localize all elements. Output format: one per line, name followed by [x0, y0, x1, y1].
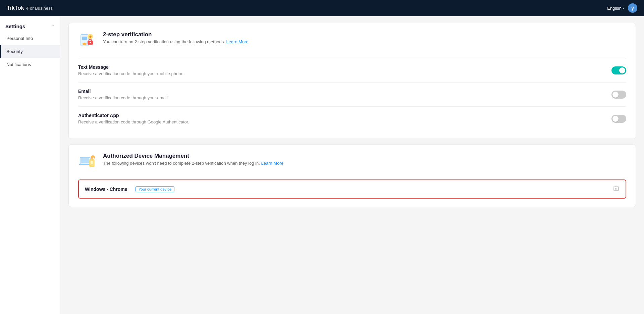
method-info-authenticator: Authenticator App Receive a verification…: [78, 113, 189, 124]
method-info-email: Email Receive a verification code throug…: [78, 89, 169, 100]
chevron-up-icon[interactable]: ⌃: [51, 24, 55, 29]
svg-point-6: [90, 42, 91, 43]
logo-suffix: ·For Business: [26, 6, 52, 11]
authorized-devices-title: Authorized Device Management: [103, 153, 283, 159]
card-header-2step: ★ 2-step verification You can turn on 2-…: [78, 31, 626, 50]
method-label-text-message: Text Message: [78, 64, 184, 70]
logo: TikTok ·For Business: [7, 5, 53, 11]
language-label: English: [607, 6, 622, 11]
svg-rect-14: [614, 187, 619, 191]
method-desc-email: Receive a verification code through your…: [78, 95, 169, 100]
toggle-track-authenticator[interactable]: [611, 115, 626, 123]
svg-rect-8: [81, 158, 89, 163]
method-info-text-message: Text Message Receive a verification code…: [78, 64, 184, 76]
authorized-devices-subtitle: The following devices won't need to comp…: [103, 161, 283, 166]
device-name: Windows - Chrome: [85, 187, 127, 192]
authorized-devices-card: ★ Authorized Device Management The follo…: [68, 144, 636, 207]
sidebar-item-personal-info[interactable]: Personal Info: [0, 32, 60, 45]
authorized-devices-subtitle-text: The following devices won't need to comp…: [103, 161, 260, 166]
authorized-devices-icon: ★: [78, 153, 97, 171]
layout: Settings ⌃ Personal Info Security Notifi…: [0, 16, 644, 314]
svg-rect-1: [82, 37, 87, 40]
device-row: Windows - Chrome Your current device: [78, 179, 626, 199]
method-row-authenticator: Authenticator App Receive a verification…: [78, 106, 626, 130]
sidebar-title: Settings: [5, 23, 25, 29]
method-desc-text-message: Receive a verification code through your…: [78, 71, 184, 76]
toggle-thumb-text-message: [619, 67, 625, 73]
method-row-email: Email Receive a verification code throug…: [78, 82, 626, 106]
toggle-track-text-message[interactable]: [611, 66, 626, 74]
method-row-text-message: Text Message Receive a verification code…: [78, 58, 626, 82]
top-nav: TikTok ·For Business English ▾ y: [0, 0, 644, 16]
card-header-text-devices: Authorized Device Management The followi…: [103, 153, 283, 166]
method-desc-authenticator: Receive a verification code through Goog…: [78, 119, 189, 124]
sidebar-item-notifications[interactable]: Notifications: [0, 58, 60, 71]
authorized-devices-learn-more-link[interactable]: Learn More: [261, 161, 283, 166]
toggle-text-message[interactable]: [611, 66, 626, 74]
chevron-down-icon: ▾: [623, 6, 625, 10]
two-step-title: 2-step verification: [103, 31, 249, 38]
toggle-thumb-email: [612, 92, 619, 98]
two-step-verification-card: ★ 2-step verification You can turn on 2-…: [68, 23, 636, 139]
sidebar-header: Settings ⌃: [0, 19, 60, 32]
device-info: Windows - Chrome Your current device: [85, 186, 174, 192]
two-step-learn-more-link[interactable]: Learn More: [226, 39, 248, 44]
card-header-devices: ★ Authorized Device Management The follo…: [78, 153, 626, 171]
avatar[interactable]: y: [628, 3, 637, 13]
svg-point-2: [83, 43, 87, 45]
topnav-right: English ▾ y: [607, 3, 637, 13]
language-selector[interactable]: English ▾: [607, 6, 625, 11]
svg-text:★: ★: [92, 156, 95, 160]
main-content: ★ 2-step verification You can turn on 2-…: [60, 16, 644, 314]
sidebar: Settings ⌃ Personal Info Security Notifi…: [0, 16, 60, 314]
two-step-subtitle-text: You can turn on 2-step verification usin…: [103, 39, 225, 44]
method-label-email: Email: [78, 89, 169, 94]
toggle-thumb-authenticator: [612, 116, 619, 122]
svg-rect-11: [91, 161, 93, 164]
toggle-email[interactable]: [611, 91, 626, 99]
svg-text:★: ★: [89, 35, 92, 39]
toggle-track-email[interactable]: [611, 91, 626, 99]
toggle-authenticator[interactable]: [611, 115, 626, 123]
sidebar-item-security[interactable]: Security: [0, 45, 60, 58]
logo-text: TikTok: [7, 5, 24, 11]
device-current-badge: Your current device: [136, 186, 175, 192]
two-step-icon: ★: [78, 31, 97, 50]
delete-device-icon[interactable]: [613, 185, 620, 193]
card-header-text-2step: 2-step verification You can turn on 2-st…: [103, 31, 249, 44]
two-step-subtitle: You can turn on 2-step verification usin…: [103, 39, 249, 44]
method-label-authenticator: Authenticator App: [78, 113, 189, 118]
